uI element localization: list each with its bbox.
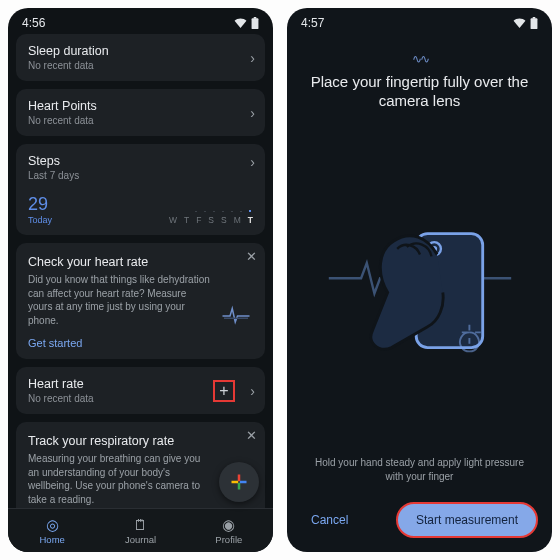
svg-rect-9 (531, 18, 538, 29)
steps-today-block: 29 Today (28, 194, 52, 225)
pulse-icon: ∿∿ (412, 52, 428, 66)
nav-label: Home (39, 534, 64, 545)
svg-rect-8 (240, 481, 247, 484)
chevron-right-icon: › (250, 383, 255, 399)
instruction-hint: Hold your hand steady and apply light pr… (305, 456, 534, 484)
promo-title: Check your heart rate (28, 255, 253, 269)
card-check-heart-rate-promo[interactable]: ✕ Check your heart rate Did you know tha… (16, 243, 265, 359)
status-icons (234, 17, 259, 29)
card-title: Sleep duration (28, 44, 253, 58)
bottom-nav: ◎ Home 🗒 Journal ◉ Profile (8, 508, 273, 552)
plus-icon: + (219, 383, 228, 399)
nav-profile[interactable]: ◉ Profile (185, 509, 273, 552)
steps-value: 29 (28, 194, 52, 215)
wifi-icon (513, 18, 526, 28)
nav-label: Journal (125, 534, 156, 545)
status-time: 4:57 (301, 16, 324, 30)
nav-home[interactable]: ◎ Home (8, 509, 96, 552)
card-heart-rate[interactable]: Heart rate No recent data + › (16, 367, 265, 414)
steps-chart: 29 Today W T (28, 191, 253, 225)
chevron-right-icon: › (250, 105, 255, 121)
card-subtitle: No recent data (28, 115, 253, 126)
get-started-link[interactable]: Get started (28, 337, 253, 349)
steps-day-labels: W T F S S M T (169, 215, 253, 225)
battery-icon (251, 17, 259, 29)
fingertip-illustration-icon (325, 188, 515, 378)
close-icon[interactable]: ✕ (246, 249, 257, 264)
close-icon[interactable]: ✕ (246, 428, 257, 443)
cancel-button[interactable]: Cancel (301, 505, 358, 535)
steps-bars (195, 194, 251, 212)
status-bar: 4:56 (8, 8, 273, 34)
card-steps[interactable]: Steps Last 7 days › 29 Today (16, 144, 265, 235)
nav-journal[interactable]: 🗒 Journal (96, 509, 184, 552)
wifi-icon (234, 18, 247, 28)
promo-title: Track your respiratory rate (28, 434, 253, 448)
plus-multicolor-icon (229, 472, 249, 492)
nav-label: Profile (215, 534, 242, 545)
svg-rect-7 (232, 481, 239, 484)
start-measurement-button[interactable]: Start measurement (396, 502, 538, 538)
instruction-heading: Place your fingertip fully over the came… (305, 72, 534, 110)
heart-rate-illustration-icon (221, 295, 251, 325)
scroll-content[interactable]: Sleep duration No recent data › Heart Po… (8, 34, 273, 508)
promo-body: Did you know that things like dehydratio… (28, 273, 253, 327)
fab-add-button[interactable] (219, 462, 259, 502)
svg-rect-5 (238, 475, 241, 482)
chevron-right-icon: › (250, 154, 255, 170)
profile-icon: ◉ (222, 517, 235, 532)
journal-icon: 🗒 (133, 517, 148, 532)
svg-rect-2 (224, 318, 248, 320)
measurement-screen: ∿∿ Place your fingertip fully over the c… (287, 34, 552, 502)
svg-rect-10 (533, 17, 536, 19)
phone-left: 4:56 Sleep duration No recent data › Hea… (8, 8, 273, 552)
svg-rect-0 (252, 18, 259, 29)
card-title: Heart Points (28, 99, 253, 113)
card-subtitle: Last 7 days (28, 170, 253, 181)
card-sleep-duration[interactable]: Sleep duration No recent data › (16, 34, 265, 81)
steps-value-label: Today (28, 215, 52, 225)
status-time: 4:56 (22, 16, 45, 30)
add-heart-rate-button[interactable]: + (213, 380, 235, 402)
chevron-right-icon: › (250, 50, 255, 66)
status-icons (513, 17, 538, 29)
home-icon: ◎ (46, 517, 59, 532)
card-title: Steps (28, 154, 253, 168)
button-row: Cancel Start measurement (287, 502, 552, 552)
svg-rect-1 (254, 17, 257, 19)
svg-rect-6 (238, 483, 241, 490)
phone-right: 4:57 ∿∿ Place your fingertip fully over … (287, 8, 552, 552)
fingertip-illustration (305, 110, 534, 456)
battery-icon (530, 17, 538, 29)
card-subtitle: No recent data (28, 60, 253, 71)
status-bar: 4:57 (287, 8, 552, 34)
card-heart-points[interactable]: Heart Points No recent data › (16, 89, 265, 136)
